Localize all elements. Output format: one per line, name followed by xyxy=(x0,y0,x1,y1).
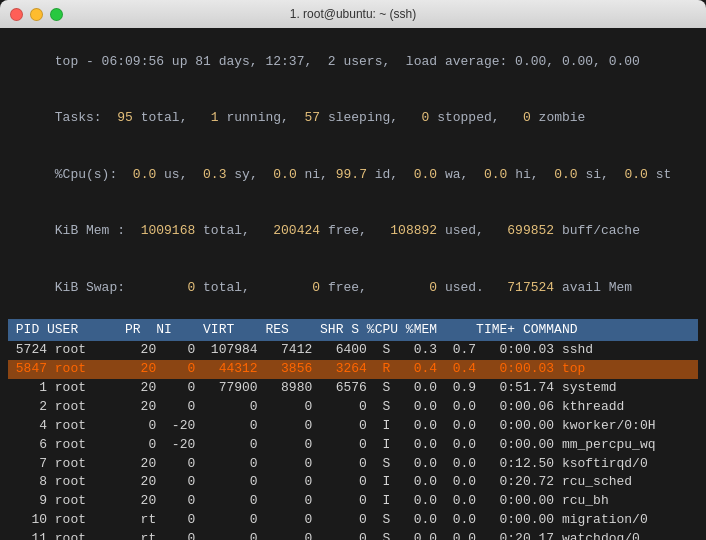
status-line-3: %Cpu(s): 0.0 us, 0.3 sy, 0.0 ni, 99.7 id… xyxy=(8,147,698,204)
swap-avail: 717524 xyxy=(492,280,562,295)
cpu-ni-label: ni, xyxy=(305,167,336,182)
mem-used-label: used, xyxy=(445,223,492,238)
window-title: 1. root@ubuntu: ~ (ssh) xyxy=(290,7,417,21)
cpu-sy: 0.3 xyxy=(195,167,234,182)
cpu-us-label: us, xyxy=(164,167,195,182)
sleeping-label: sleeping, xyxy=(328,110,406,125)
mem-buff-label: buff/cache xyxy=(562,223,640,238)
close-button[interactable] xyxy=(10,8,23,21)
load-avg: 0.00, 0.00, 0.00 xyxy=(515,54,640,69)
cpu-st-label: st xyxy=(656,167,672,182)
cpu-wa: 0.0 xyxy=(406,167,445,182)
status-line-1: top - 06:09:56 up 81 days, 12:37, 2 user… xyxy=(8,34,698,91)
mem-label: KiB Mem : xyxy=(55,223,133,238)
uptime-info: - 06:09:56 up 81 days, 12:37, 2 users, l… xyxy=(78,54,515,69)
table-row: 9 root 20 0 0 0 0 I 0.0 0.0 0:00.00 rcu_… xyxy=(8,492,698,511)
swap-avail-label: avail Mem xyxy=(562,280,632,295)
swap-label: KiB Swap: xyxy=(55,280,188,295)
mem-free-label: free, xyxy=(328,223,375,238)
process-table: PID USER PR NI VIRT RES SHR S %CPU %MEM … xyxy=(8,319,698,540)
cpu-ni: 0.0 xyxy=(266,167,305,182)
mem-buff: 699852 xyxy=(492,223,562,238)
cpu-sy-label: sy, xyxy=(234,167,265,182)
table-row: 7 root 20 0 0 0 0 S 0.0 0.0 0:12.50 ksof… xyxy=(8,455,698,474)
maximize-button[interactable] xyxy=(50,8,63,21)
tasks-stopped: 0 xyxy=(406,110,437,125)
table-row: 5847 root 20 0 44312 3856 3264 R 0.4 0.4… xyxy=(8,360,698,379)
running-label: running, xyxy=(226,110,296,125)
cpu-id: 99.7 xyxy=(336,167,375,182)
tasks-running: 1 xyxy=(195,110,226,125)
status-line-2: Tasks: 95 total, 1 running, 57 sleeping,… xyxy=(8,91,698,148)
tasks-total: 95 xyxy=(109,110,140,125)
tasks-total-label: total, xyxy=(141,110,196,125)
swap-total: 0 xyxy=(187,280,203,295)
title-bar: 1. root@ubuntu: ~ (ssh) xyxy=(0,0,706,28)
stopped-label: stopped, xyxy=(437,110,507,125)
cpu-us: 0.0 xyxy=(125,167,164,182)
swap-total-label: total, xyxy=(203,280,312,295)
mem-free: 200424 xyxy=(258,223,328,238)
zombie-label: zombie xyxy=(539,110,586,125)
cpu-label: %Cpu(s): xyxy=(55,167,125,182)
table-row: 2 root 20 0 0 0 0 S 0.0 0.0 0:00.06 kthr… xyxy=(8,398,698,417)
terminal-body: top - 06:09:56 up 81 days, 12:37, 2 user… xyxy=(0,28,706,540)
table-row: 1 root 20 0 77900 8980 6576 S 0.0 0.9 0:… xyxy=(8,379,698,398)
status-line-4: KiB Mem : 1009168 total, 200424 free, 10… xyxy=(8,204,698,261)
cpu-id-label: id, xyxy=(375,167,406,182)
cpu-st: 0.0 xyxy=(617,167,656,182)
mem-total-label: total, xyxy=(203,223,258,238)
mem-used: 108892 xyxy=(375,223,445,238)
status-line-5: KiB Swap: 0 total, 0 free, 0 used. 71752… xyxy=(8,260,698,317)
top-label: top xyxy=(55,54,78,69)
table-body: 5724 root 20 0 107984 7412 6400 S 0.3 0.… xyxy=(8,341,698,540)
table-row: 10 root rt 0 0 0 0 S 0.0 0.0 0:00.00 mig… xyxy=(8,511,698,530)
table-row: 11 root rt 0 0 0 0 S 0.0 0.0 0:20.17 wat… xyxy=(8,530,698,540)
cpu-si: 0.0 xyxy=(546,167,585,182)
window: 1. root@ubuntu: ~ (ssh) top - 06:09:56 u… xyxy=(0,0,706,540)
table-row: 6 root 0 -20 0 0 0 I 0.0 0.0 0:00.00 mm_… xyxy=(8,436,698,455)
swap-free: 0 xyxy=(312,280,328,295)
cpu-hi: 0.0 xyxy=(476,167,515,182)
table-row: 4 root 0 -20 0 0 0 I 0.0 0.0 0:00.00 kwo… xyxy=(8,417,698,436)
cpu-wa-label: wa, xyxy=(445,167,476,182)
window-controls[interactable] xyxy=(10,8,63,21)
swap-used: 0 xyxy=(429,280,445,295)
tasks-label: Tasks: xyxy=(55,110,110,125)
swap-used-label: used. xyxy=(445,280,492,295)
minimize-button[interactable] xyxy=(30,8,43,21)
cpu-si-label: si, xyxy=(585,167,616,182)
cpu-hi-label: hi, xyxy=(515,167,546,182)
tasks-zombie: 0 xyxy=(507,110,538,125)
swap-free-label: free, xyxy=(328,280,429,295)
mem-total: 1009168 xyxy=(133,223,203,238)
table-header: PID USER PR NI VIRT RES SHR S %CPU %MEM … xyxy=(8,319,698,342)
table-row: 5724 root 20 0 107984 7412 6400 S 0.3 0.… xyxy=(8,341,698,360)
tasks-sleeping: 57 xyxy=(297,110,328,125)
table-row: 8 root 20 0 0 0 0 I 0.0 0.0 0:20.72 rcu_… xyxy=(8,473,698,492)
